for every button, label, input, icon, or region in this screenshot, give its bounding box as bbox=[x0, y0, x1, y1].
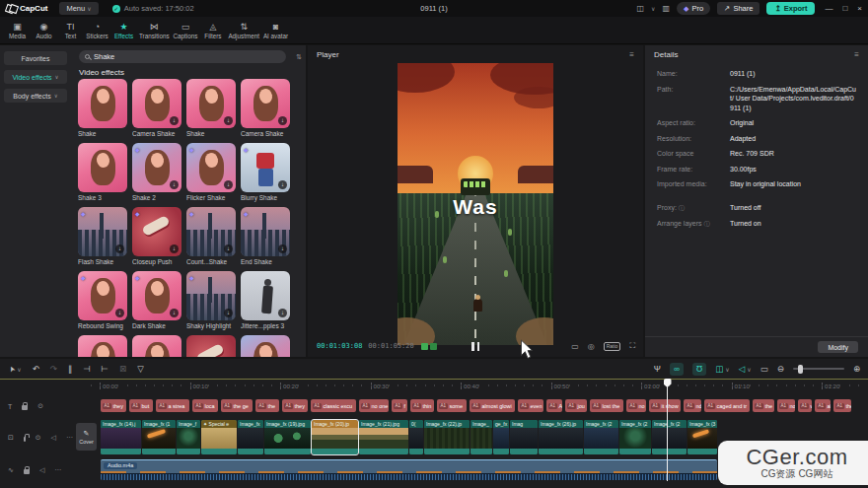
zoom-slider-handle[interactable] bbox=[798, 365, 803, 374]
video-clip[interactable]: Image_f bbox=[177, 420, 200, 454]
video-clip[interactable]: ge_fx bbox=[493, 420, 509, 454]
record-voiceover-icon[interactable]: Ψ bbox=[654, 364, 661, 374]
caption-clip[interactable]: A1some bbox=[437, 399, 467, 412]
delete-left-icon[interactable]: ⊣ bbox=[83, 364, 90, 374]
video-clip[interactable]: Image_fx bbox=[238, 420, 263, 454]
effect-partial[interactable] bbox=[132, 335, 181, 357]
auto-link-icon[interactable]: ◫∨ bbox=[715, 364, 729, 374]
maximize-button[interactable]: □ bbox=[842, 4, 847, 13]
visibility-icon[interactable]: ⊙ bbox=[37, 402, 43, 410]
ratio-button[interactable]: Ratio bbox=[604, 342, 621, 351]
tab-filters[interactable]: ◬Filters bbox=[199, 22, 226, 39]
video-clip[interactable]: Image_fx (21).jpg bbox=[359, 420, 408, 454]
lock-icon[interactable] bbox=[24, 469, 30, 474]
chevron-down-icon[interactable]: ∨ bbox=[747, 366, 751, 373]
caption-clip[interactable]: A1no bbox=[777, 399, 795, 412]
effect-shake-3[interactable]: Shake 3 bbox=[78, 143, 127, 203]
zoom-in-icon[interactable]: ⊕ bbox=[853, 364, 860, 374]
caption-clip[interactable]: A1jou bbox=[565, 399, 587, 412]
effect-shake[interactable]: ↓Shake bbox=[186, 79, 236, 139]
lock-icon[interactable] bbox=[24, 437, 26, 442]
video-clip[interactable]: Image_fx (3 bbox=[687, 420, 717, 454]
search-input[interactable]: Shake bbox=[79, 50, 286, 63]
video-clip[interactable]: Image_fx (2 bbox=[619, 420, 651, 454]
visibility-icon[interactable]: ⊙ bbox=[36, 434, 41, 442]
pause-button[interactable] bbox=[471, 342, 479, 351]
tab-ai-avatar[interactable]: ◙AI avatar bbox=[261, 22, 290, 39]
cover-button[interactable]: ✎ Cover bbox=[76, 423, 97, 451]
video-clip[interactable]: Image_fx (1 bbox=[142, 420, 176, 454]
caption-clip[interactable]: A1the ge bbox=[221, 399, 253, 412]
effect-flash-shake[interactable]: ◆↓Flash Shake bbox=[78, 207, 127, 267]
caption-clip[interactable]: A1they bbox=[282, 399, 308, 412]
more-icon[interactable]: ⋯ bbox=[66, 434, 73, 442]
category-video-effects[interactable]: Video effects∨ bbox=[4, 70, 67, 84]
effect-jittere-pples-3[interactable]: ↓Jittere...pples 3 bbox=[241, 271, 290, 331]
player-menu-icon[interactable]: ≡ bbox=[629, 50, 634, 59]
effect-closeup-push[interactable]: ◆↓Closeup Push bbox=[132, 207, 181, 267]
video-clip[interactable]: Image_fx (20).jp bbox=[312, 420, 358, 454]
tab-audio[interactable]: ◉Audio bbox=[31, 22, 57, 39]
tab-text[interactable]: TIText bbox=[57, 22, 84, 39]
tab-media[interactable]: ▣Media bbox=[4, 22, 31, 39]
effect-shaky-highlight[interactable]: ◆↓Shaky Highlight bbox=[186, 271, 236, 331]
video-clip[interactable]: Image_fx (2 bbox=[652, 420, 687, 454]
mute-icon[interactable]: ◁ bbox=[51, 434, 56, 442]
undo-icon[interactable]: ↶ bbox=[33, 364, 39, 374]
audio-track-icon[interactable]: ∿ bbox=[8, 466, 14, 474]
timeline-ruler[interactable]: 00:0000:1000:2000:3000:4000:5001:0001:10… bbox=[0, 379, 868, 391]
tab-transitions[interactable]: ⋈Transitions bbox=[137, 22, 172, 39]
caption-clip[interactable]: A1w bbox=[798, 399, 812, 412]
audio-clip[interactable]: Audio.m4a bbox=[101, 459, 717, 480]
chevron-down-icon[interactable]: ∨ bbox=[725, 366, 729, 373]
caption-clip[interactable]: A1the bbox=[833, 399, 851, 412]
video-clip[interactable]: Image_fx (26).jp bbox=[539, 420, 583, 454]
category-body-effects[interactable]: Body effects∨ bbox=[4, 89, 67, 103]
display-mode-icon[interactable]: ▭ bbox=[571, 342, 579, 351]
video-clip[interactable]: Image_fx (19).jpg bbox=[264, 420, 311, 454]
snapshot-icon[interactable]: ◎ bbox=[588, 342, 595, 351]
tab-captions[interactable]: ▭Captions bbox=[172, 22, 200, 39]
mute-icon[interactable]: ◁ bbox=[39, 466, 44, 474]
panel-layout-icon[interactable]: ▥ bbox=[662, 4, 670, 13]
caption-clip[interactable]: A1a strea bbox=[156, 399, 189, 412]
split-icon[interactable]: ∥ bbox=[68, 364, 72, 374]
tab-effects[interactable]: ★Effects bbox=[110, 22, 137, 39]
caption-clip[interactable]: A1caged and tr bbox=[704, 399, 750, 412]
video-clip[interactable]: Image_fx (14).j bbox=[101, 420, 141, 454]
caption-clip[interactable]: A1A bbox=[546, 399, 562, 412]
video-clip[interactable]: Image_fx (22).jp bbox=[424, 420, 470, 454]
video-clip[interactable]: 0( bbox=[409, 420, 423, 454]
keyframe-link-icon[interactable]: ∞ bbox=[670, 363, 684, 376]
effect-end-shake[interactable]: ◆↓End Shake bbox=[241, 207, 290, 267]
effect-dark-shake[interactable]: ◆↓Dark Shake bbox=[132, 271, 181, 331]
effect-flicker-shake[interactable]: ◆↓Flicker Shake bbox=[186, 143, 236, 203]
effect-partial[interactable] bbox=[78, 335, 127, 357]
preview-quality-icon[interactable]: ▭ bbox=[760, 364, 768, 374]
track-audio-icon[interactable]: ◁∨ bbox=[739, 364, 752, 374]
chevron-down-icon[interactable]: ∨ bbox=[17, 366, 21, 373]
effect-camera-shake[interactable]: ↓Camera Shake bbox=[241, 79, 290, 139]
effect-camera-shake[interactable]: ↓Camera Shake bbox=[132, 79, 181, 139]
snap-magnet-icon[interactable]: Ω bbox=[692, 363, 706, 376]
tab-adjustment[interactable]: ⇅Adjustment bbox=[226, 22, 261, 39]
modify-button[interactable]: Modify bbox=[818, 341, 858, 353]
zoom-slider[interactable] bbox=[793, 368, 844, 370]
details-menu-icon[interactable]: ≡ bbox=[854, 50, 859, 59]
caption-clip[interactable]: A1they bbox=[101, 399, 126, 412]
effect-shake-2[interactable]: ◆↓Shake 2 bbox=[132, 143, 181, 203]
caption-clip[interactable]: A1alm bbox=[815, 399, 831, 412]
zoom-out-icon[interactable]: ⊖ bbox=[777, 364, 784, 374]
caption-clip[interactable]: A1no one bbox=[359, 399, 389, 412]
export-button[interactable]: ↥Export bbox=[766, 2, 815, 15]
delete-right-icon[interactable]: ⊢ bbox=[102, 364, 108, 374]
video-track-icon[interactable]: ⊡ bbox=[8, 434, 14, 442]
caption-clip[interactable]: A1nd bbox=[684, 399, 701, 412]
select-tool-icon[interactable]: ➤∨ bbox=[9, 365, 22, 374]
effect-blurry-shake[interactable]: ◆↓Blurry Shake bbox=[241, 143, 290, 203]
mask-icon[interactable]: ▽ bbox=[137, 364, 144, 374]
caption-clip[interactable]: A1classic excu bbox=[311, 399, 356, 412]
effect-partial[interactable] bbox=[186, 335, 236, 357]
menu-button[interactable]: Menu ∨ bbox=[59, 2, 98, 15]
caption-clip[interactable]: A1the bbox=[753, 399, 774, 412]
